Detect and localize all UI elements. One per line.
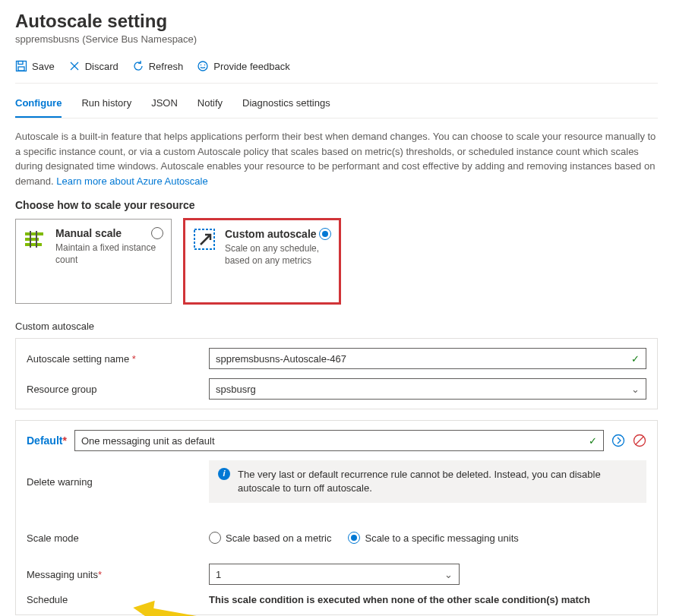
learn-more-link[interactable]: Learn more about Azure Autoscale (56, 175, 207, 187)
default-name-value: One messaging unit as default (81, 435, 215, 447)
setting-name-input[interactable]: sppremsbusns-Autoscale-467 ✓ (209, 348, 646, 369)
discard-label: Discard (85, 61, 118, 72)
save-icon (15, 60, 27, 72)
svg-point-15 (613, 435, 624, 447)
manual-scale-radio[interactable] (151, 227, 163, 239)
svg-point-5 (198, 62, 207, 71)
svg-point-6 (201, 65, 202, 66)
close-icon (68, 60, 81, 72)
svg-rect-8 (25, 232, 43, 235)
setting-name-label: Autoscale setting name * (27, 353, 209, 365)
scale-mode-label: Scale mode (27, 532, 209, 544)
custom-autoscale-radio[interactable] (319, 228, 331, 240)
default-scale-panel: Default* One messaging unit as default ✓… (15, 420, 658, 615)
scale-mode-metric-label: Scale based on a metric (226, 532, 331, 544)
messaging-units-select[interactable]: 1 ⌄ (209, 564, 460, 585)
custom-autoscale-icon (193, 228, 217, 252)
tab-run-history[interactable]: Run history (81, 93, 131, 118)
scale-mode-specific-label: Scale to a specific messaging units (365, 532, 518, 544)
feedback-icon (197, 60, 209, 72)
tab-configure[interactable]: Configure (15, 93, 62, 118)
tab-notify[interactable]: Notify (197, 93, 223, 118)
messaging-units-label: Messaging units* (27, 569, 209, 580)
svg-point-7 (204, 65, 206, 66)
setting-name-value: sppremsbusns-Autoscale-467 (216, 353, 346, 365)
tab-diagnostics[interactable]: Diagnostics settings (242, 93, 330, 118)
scale-mode-specific-radio[interactable]: Scale to a specific messaging units (348, 532, 518, 544)
manual-scale-title: Manual scale (55, 227, 163, 239)
default-name-input[interactable]: One messaging unit as default ✓ (74, 430, 604, 451)
resource-group-label: Resource group (27, 384, 209, 395)
custom-autoscale-title: Custom autoscale (225, 228, 331, 240)
feedback-label: Provide feedback (213, 61, 289, 72)
chevron-down-icon: ⌄ (631, 384, 640, 395)
custom-autoscale-card[interactable]: Custom autoscale Scale on any schedule, … (184, 219, 340, 304)
check-icon: ✓ (589, 435, 597, 447)
svg-rect-1 (18, 62, 23, 65)
check-icon: ✓ (631, 353, 640, 365)
svg-line-17 (636, 437, 643, 444)
save-button[interactable]: Save (15, 60, 55, 72)
page-title: Autoscale setting (15, 11, 658, 32)
autoscale-name-panel: Autoscale setting name * sppremsbusns-Au… (15, 338, 658, 409)
disable-icon[interactable] (633, 434, 646, 447)
discard-button[interactable]: Discard (68, 60, 118, 72)
delete-warning-label: Delete warning (27, 476, 209, 488)
next-icon[interactable] (611, 434, 625, 447)
manual-scale-desc: Maintain a fixed instance count (55, 242, 163, 266)
svg-rect-12 (36, 231, 37, 248)
resource-group-value: spsbusrg (216, 384, 256, 395)
choose-scale-heading: Choose how to scale your resource (15, 199, 658, 211)
custom-autoscale-heading: Custom autoscale (15, 321, 658, 332)
manual-scale-icon (24, 227, 48, 251)
resource-subtitle: sppremsbusns (Service Bus Namespace) (15, 33, 658, 45)
tab-json[interactable]: JSON (151, 93, 178, 118)
resource-group-select[interactable]: spsbusrg ⌄ (209, 378, 646, 400)
messaging-units-value: 1 (216, 569, 221, 580)
refresh-label: Refresh (149, 61, 184, 72)
toolbar: Save Discard Refresh Provide feedback (15, 55, 658, 84)
delete-warning-banner: i The very last or default recurrence ru… (209, 460, 646, 503)
tabs: Configure Run history JSON Notify Diagno… (15, 93, 658, 118)
feedback-button[interactable]: Provide feedback (197, 60, 289, 72)
custom-autoscale-desc: Scale on any schedule, based on any metr… (225, 243, 331, 267)
manual-scale-card[interactable]: Manual scale Maintain a fixed instance c… (15, 219, 172, 304)
delete-warning-text: The very last or default recurrence rule… (238, 468, 637, 495)
chevron-down-icon: ⌄ (444, 569, 453, 580)
refresh-icon (132, 60, 144, 72)
svg-line-14 (201, 235, 210, 245)
svg-rect-2 (18, 67, 24, 71)
default-label: Default* (27, 434, 67, 447)
svg-rect-11 (30, 231, 31, 248)
save-label: Save (32, 61, 55, 72)
scale-mode-metric-radio[interactable]: Scale based on a metric (209, 532, 331, 544)
intro-text: Autoscale is a built-in feature that hel… (15, 129, 658, 188)
refresh-button[interactable]: Refresh (132, 60, 184, 72)
schedule-text: This scale condition is executed when no… (209, 594, 590, 605)
svg-rect-10 (25, 243, 42, 246)
info-icon: i (218, 468, 230, 480)
